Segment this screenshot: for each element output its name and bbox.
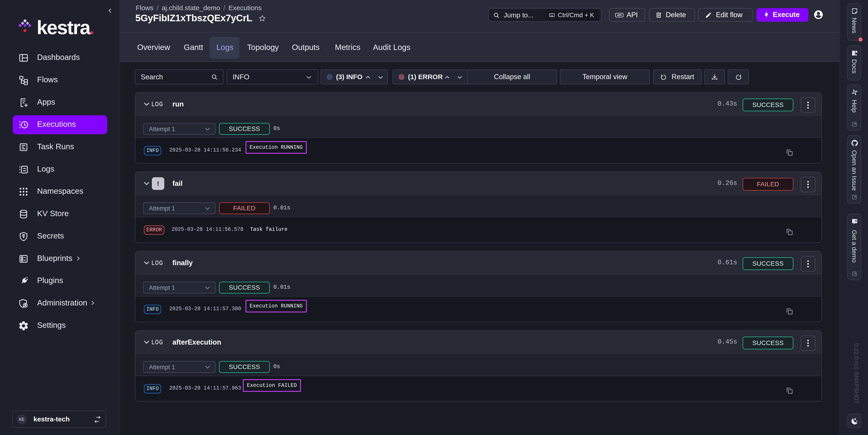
svg-text:API: API <box>617 13 622 16</box>
